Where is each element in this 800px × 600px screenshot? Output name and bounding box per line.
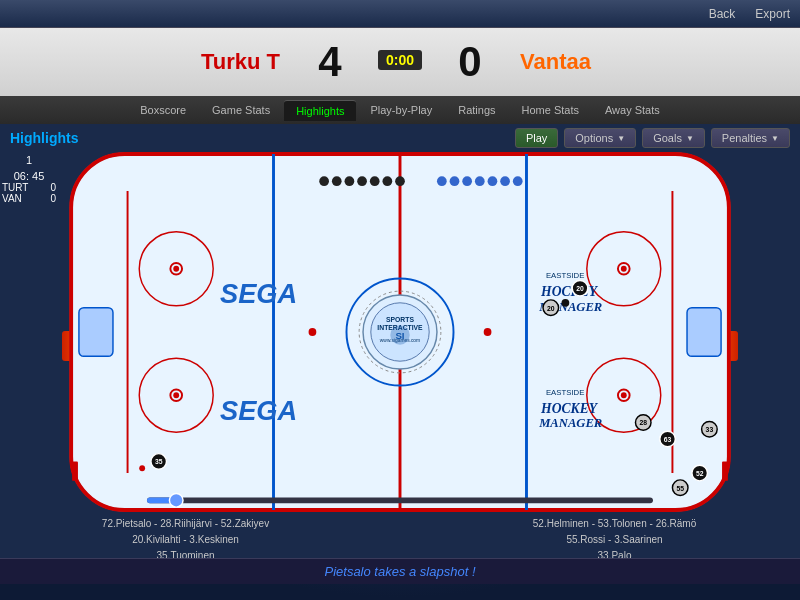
status-text: Pietsalo takes a slapshot ! (324, 564, 475, 579)
content-area: Highlights Play Options ▼ Goals ▼ Penalt… (0, 124, 800, 584)
svg-text:SEGA: SEGA (220, 278, 297, 309)
score-home: 4 (300, 38, 360, 86)
svg-point-31 (621, 266, 627, 272)
svg-text:EASTSIDE: EASTSIDE (546, 388, 584, 397)
export-button[interactable]: Export (755, 7, 790, 21)
svg-point-69 (169, 494, 183, 508)
penalties-button[interactable]: Penalties ▼ (711, 128, 790, 148)
svg-point-80 (475, 176, 485, 186)
timer-display: 0:00 (378, 50, 422, 70)
svg-text:HOCKEY: HOCKEY (540, 284, 599, 299)
svg-point-71 (332, 176, 342, 186)
svg-text:MANAGER: MANAGER (538, 416, 602, 430)
right-line2: 55.Rossi - 3.Saarinen (439, 532, 790, 548)
options-label: Options (575, 132, 613, 144)
top-bar: Back Export (0, 0, 800, 28)
svg-text:33: 33 (706, 426, 714, 433)
penalties-label: Penalties (722, 132, 767, 144)
tab-boxscore[interactable]: Boxscore (128, 100, 198, 120)
tab-game-stats[interactable]: Game Stats (200, 100, 282, 120)
nav-tabs: Boxscore Game Stats Highlights Play-by-P… (0, 96, 800, 124)
score-away: 0 (440, 38, 500, 86)
van-score: 0 (50, 193, 56, 204)
home-score-row: TURT 0 (0, 182, 58, 193)
svg-point-30 (173, 392, 179, 398)
highlights-controls: Play Options ▼ Goals ▼ Penalties ▼ (515, 128, 790, 148)
svg-point-78 (450, 176, 460, 186)
svg-point-72 (345, 176, 355, 186)
svg-text:HOCKEY: HOCKEY (540, 401, 599, 416)
tab-home-stats[interactable]: Home Stats (510, 100, 591, 120)
svg-text:63: 63 (664, 436, 672, 443)
svg-rect-65 (72, 461, 78, 480)
rink-svg: SPORTS INTERACTIVE www.sigames.com SI (60, 152, 740, 512)
play-label: Play (526, 132, 547, 144)
right-line1: 52.Helminen - 53.Tolonen - 26.Rämö (439, 516, 790, 532)
svg-point-76 (395, 176, 405, 186)
penalties-arrow-icon: ▼ (771, 134, 779, 143)
svg-point-81 (488, 176, 498, 186)
left-line2: 20.Kivilahti - 3.Keskinen (10, 532, 361, 548)
svg-point-32 (621, 392, 627, 398)
away-score-row: VAN 0 (0, 193, 58, 204)
svg-point-45 (562, 299, 570, 307)
svg-rect-67 (147, 497, 653, 503)
left-line1: 72.Pietsalo - 28.Riihijärvi - 52.Zakiyev (10, 516, 361, 532)
svg-point-79 (462, 176, 472, 186)
play-button[interactable]: Play (515, 128, 558, 148)
svg-text:28: 28 (639, 419, 647, 426)
svg-point-22 (484, 328, 492, 336)
tab-ratings[interactable]: Ratings (446, 100, 507, 120)
home-team-name: Turku T (100, 49, 300, 75)
turt-label: TURT (2, 182, 28, 193)
svg-text:SI: SI (395, 330, 404, 341)
left-panel: 1 06: 45 TURT 0 VAN 0 (0, 154, 58, 204)
highlights-title: Highlights (10, 130, 78, 146)
svg-point-54 (139, 465, 145, 471)
goals-label: Goals (653, 132, 682, 144)
svg-point-29 (173, 266, 179, 272)
goals-arrow-icon: ▼ (686, 134, 694, 143)
svg-text:SPORTS: SPORTS (386, 316, 414, 323)
turt-score: 0 (50, 182, 56, 193)
tab-play-by-play[interactable]: Play-by-Play (358, 100, 444, 120)
svg-point-74 (370, 176, 380, 186)
rink-container: SPORTS INTERACTIVE www.sigames.com SI (60, 152, 740, 512)
goals-button[interactable]: Goals ▼ (642, 128, 705, 148)
svg-text:35: 35 (155, 458, 163, 465)
tab-highlights[interactable]: Highlights (284, 100, 356, 121)
svg-point-21 (309, 328, 317, 336)
svg-text:20: 20 (547, 305, 555, 312)
score-header: Turku T 4 0:00 0 Vantaa (0, 28, 800, 96)
score-box: 4 0:00 0 (300, 38, 500, 86)
svg-text:55: 55 (676, 485, 684, 492)
svg-point-77 (437, 176, 447, 186)
away-team-name: Vantaa (500, 49, 700, 75)
svg-point-73 (357, 176, 367, 186)
svg-text:52: 52 (696, 470, 704, 477)
period-display: 1 (0, 154, 58, 166)
back-button[interactable]: Back (709, 7, 736, 21)
highlights-bar: Highlights Play Options ▼ Goals ▼ Penalt… (0, 124, 800, 152)
svg-rect-24 (687, 308, 721, 357)
svg-text:EASTSIDE: EASTSIDE (546, 271, 584, 280)
options-arrow-icon: ▼ (617, 134, 625, 143)
svg-point-82 (500, 176, 510, 186)
status-bar: Pietsalo takes a slapshot ! (0, 558, 800, 584)
timer-box: 0:00 (360, 50, 440, 74)
svg-point-75 (382, 176, 392, 186)
svg-text:20: 20 (576, 285, 584, 292)
options-button[interactable]: Options ▼ (564, 128, 636, 148)
time-display: 06: 45 (0, 170, 58, 182)
svg-point-70 (319, 176, 329, 186)
svg-text:SEGA: SEGA (220, 395, 297, 426)
svg-rect-66 (722, 461, 728, 480)
svg-point-83 (513, 176, 523, 186)
van-label: VAN (2, 193, 22, 204)
svg-rect-23 (79, 308, 113, 357)
tab-away-stats[interactable]: Away Stats (593, 100, 672, 120)
